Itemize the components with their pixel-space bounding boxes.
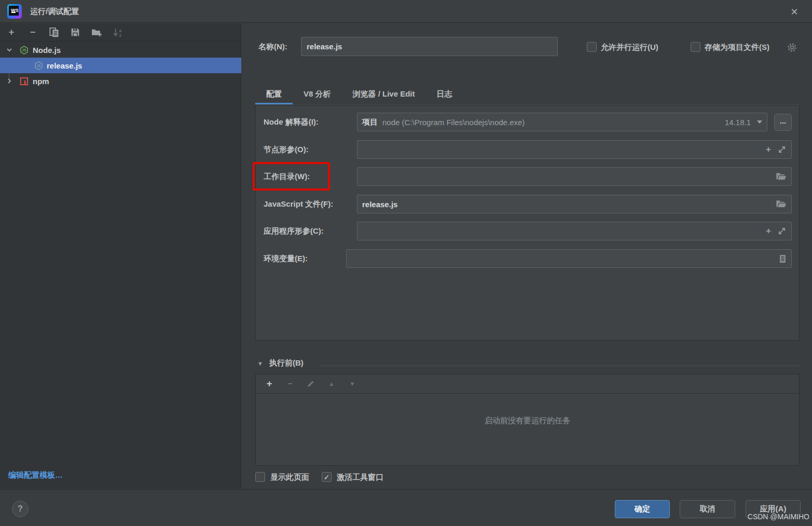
sort-configurations-icon[interactable]: a z [113, 28, 123, 37]
title-bar: WS 运行/调试配置 ✕ [0, 0, 812, 23]
node-parameters-label: 节点形参(O): [264, 140, 309, 159]
list-values-icon[interactable] [779, 254, 787, 263]
tab-browser-live-edit[interactable]: 浏览器 / Live Edit [342, 83, 426, 104]
allow-parallel-run-checkbox[interactable]: 允许并行运行(U) [587, 42, 658, 52]
node-interpreter-select[interactable]: 项目 node (C:\Program Files\nodejs\node.ex… [357, 113, 767, 131]
ok-button[interactable]: 确定 [615, 500, 670, 518]
node-interpreter-label: Node 解释器(I): [264, 113, 319, 131]
name-label: 名称(N): [258, 37, 287, 56]
dialog-footer: ? 确定 取消 应用(A) CSDN @MAIMIHO [0, 489, 812, 526]
config-tabs: 配置 V8 分析 浏览器 / Live Edit 日志 [255, 83, 463, 104]
cancel-button[interactable]: 取消 [680, 500, 735, 518]
open-folder-icon[interactable] [776, 200, 787, 208]
expand-field-icon[interactable] [777, 226, 787, 236]
tree-item-label: npm [33, 77, 49, 86]
sidebar-toolbar: + − [0, 23, 241, 42]
move-task-up-icon[interactable]: ▲ [326, 381, 337, 387]
add-macro-icon[interactable]: + [766, 226, 771, 236]
nodejs-icon: JS [34, 61, 43, 70]
browse-interpreter-button[interactable]: ... [774, 114, 792, 131]
store-as-project-file-checkbox[interactable]: 存储为项目文件(S) [691, 42, 769, 52]
edit-task-icon[interactable] [306, 379, 316, 388]
before-launch-divider [319, 366, 800, 366]
collapse-triangle-icon[interactable]: ▼ [257, 360, 263, 367]
chevron-down-icon[interactable] [5, 46, 13, 54]
before-launch-panel: + − ▲ ▼ 启动前没有要运行的任务 [255, 374, 800, 466]
run-debug-config-dialog: WS 运行/调试配置 ✕ + − [0, 0, 812, 526]
configuration-tab-panel: Node 解释器(I): 项目 node (C:\Program Files\n… [255, 105, 800, 341]
add-task-icon[interactable]: + [264, 378, 274, 389]
working-directory-input[interactable] [357, 167, 792, 186]
javascript-file-value: release.js [362, 200, 397, 209]
store-as-project-file-label: 存储为项目文件(S) [705, 42, 769, 52]
sidebar-item-npm-group[interactable]: npm [0, 73, 241, 89]
chevron-right-icon[interactable] [5, 77, 13, 85]
save-configuration-icon[interactable] [70, 28, 80, 37]
environment-variables-input[interactable] [346, 249, 792, 268]
bottom-options: 显示此页面 ✓ 激活工具窗口 [255, 472, 383, 482]
chevron-down-icon [757, 120, 762, 124]
activate-tool-window-label: 激活工具窗口 [337, 472, 383, 482]
svg-text:a: a [119, 28, 122, 33]
javascript-file-label: JavaScript 文件(F): [264, 195, 333, 213]
remove-task-icon[interactable]: − [285, 379, 295, 388]
before-launch-header[interactable]: ▼ 执行前(B) [257, 358, 304, 368]
application-parameters-input[interactable]: + [357, 222, 792, 240]
activate-tool-window-checkbox[interactable]: ✓ [322, 472, 332, 482]
move-task-down-icon[interactable]: ▼ [347, 381, 357, 387]
sidebar-item-release-js[interactable]: JS release.js [0, 58, 241, 73]
csdn-watermark: CSDN @MAIMIHO [748, 512, 809, 521]
move-to-folder-icon[interactable] [91, 28, 102, 37]
webstorm-logo-icon: WS [7, 4, 22, 19]
add-configuration-icon[interactable]: + [6, 28, 17, 37]
tab-v8-profiling[interactable]: V8 分析 [293, 83, 342, 104]
interpreter-path: node (C:\Program Files\nodejs\node.exe) [382, 118, 525, 127]
tree-item-label: release.js [47, 61, 82, 70]
sidebar-item-nodejs-group[interactable]: JS Node.js [0, 42, 241, 58]
tab-logs[interactable]: 日志 [426, 83, 463, 104]
remove-configuration-icon[interactable]: − [27, 28, 38, 37]
name-input[interactable] [301, 37, 558, 56]
configurations-sidebar: + − [0, 23, 241, 489]
npm-icon [20, 77, 29, 86]
open-folder-icon[interactable] [776, 172, 787, 181]
tree-item-label: Node.js [33, 46, 61, 55]
close-icon[interactable]: ✕ [787, 4, 802, 20]
svg-text:JS: JS [36, 64, 41, 68]
nodejs-icon: JS [20, 46, 29, 55]
svg-text:z: z [119, 33, 122, 37]
show-this-page-checkbox[interactable] [255, 472, 265, 482]
red-highlight-annotation [253, 162, 330, 191]
environment-variables-label: 环境变量(E): [264, 249, 308, 268]
configuration-editor: 名称(N): 允许并行运行(U) 存储为项目文件(S) 配置 V8 分析 浏览器… [242, 23, 812, 489]
node-parameters-input[interactable]: + [357, 140, 792, 159]
help-button[interactable]: ? [12, 501, 29, 517]
gear-icon[interactable] [787, 42, 797, 53]
add-macro-icon[interactable]: + [766, 144, 771, 155]
copy-configuration-icon[interactable] [49, 28, 59, 37]
interpreter-scope: 项目 [362, 117, 378, 127]
expand-field-icon[interactable] [777, 145, 787, 154]
svg-text:JS: JS [22, 48, 26, 52]
before-launch-toolbar: + − ▲ ▼ [256, 374, 799, 394]
javascript-file-input[interactable]: release.js [357, 195, 792, 213]
checkbox-unchecked[interactable] [691, 42, 700, 52]
show-this-page-label: 显示此页面 [270, 472, 309, 482]
allow-parallel-run-label: 允许并行运行(U) [601, 42, 658, 52]
interpreter-version: 14.18.1 [725, 118, 751, 127]
checkbox-unchecked[interactable] [587, 42, 597, 52]
tab-configuration[interactable]: 配置 [255, 83, 293, 104]
edit-configuration-templates-link[interactable]: 编辑配置模板… [8, 470, 63, 480]
before-launch-title: 执行前(B) [269, 358, 304, 368]
before-launch-empty-text: 启动前没有要运行的任务 [256, 416, 799, 426]
dialog-title: 运行/调试配置 [30, 0, 79, 23]
application-parameters-label: 应用程序形参(C): [264, 222, 324, 240]
